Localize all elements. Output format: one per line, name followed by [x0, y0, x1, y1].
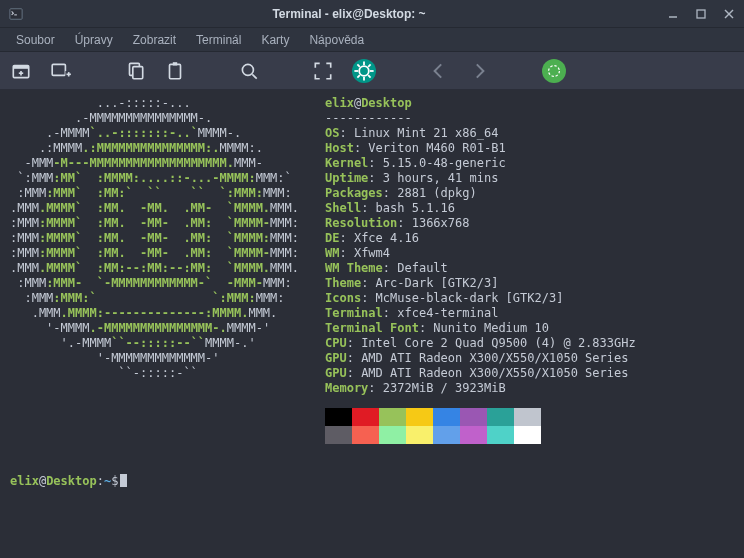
color-swatch [433, 426, 460, 444]
info-label: Resolution [325, 216, 397, 230]
window-title: Terminal - elix@Desktop: ~ [32, 7, 666, 21]
prompt-symbol: $ [111, 474, 118, 488]
info-line: Icons: McMuse-black-dark [GTK2/3] [325, 291, 636, 306]
svg-line-25 [357, 64, 359, 66]
color-swatch [460, 408, 487, 426]
cursor-icon [120, 474, 127, 487]
forward-icon[interactable] [468, 60, 490, 82]
info-value: : xfce4-terminal [383, 306, 499, 320]
color-palette [325, 408, 541, 444]
info-label: WM [325, 246, 339, 260]
info-host: Desktop [361, 96, 412, 110]
info-value: : Xfwm4 [339, 246, 390, 260]
copy-icon[interactable] [124, 60, 146, 82]
menu-terminal[interactable]: Terminál [188, 30, 249, 50]
menu-tabs[interactable]: Karty [253, 30, 297, 50]
info-label: Shell [325, 201, 361, 215]
info-line: Terminal Font: Nunito Medium 10 [325, 321, 636, 336]
info-value: : AMD ATI Radeon X300/X550/X1050 Series [347, 366, 629, 380]
info-value: : 2372MiB / 3923MiB [368, 381, 505, 395]
info-value: : 3 hours, 41 mins [368, 171, 498, 185]
info-value: : Arc-Dark [GTK2/3] [361, 276, 498, 290]
svg-rect-7 [13, 65, 28, 68]
info-label: WM Theme [325, 261, 383, 275]
svg-point-29 [549, 65, 560, 76]
info-value: : 2881 (dpkg) [383, 186, 477, 200]
info-line: Kernel: 5.15.0-48-generic [325, 156, 636, 171]
info-line: CPU: Intel Core 2 Quad Q9500 (4) @ 2.833… [325, 336, 636, 351]
close-button[interactable] [722, 7, 736, 21]
svg-line-19 [252, 74, 256, 78]
info-line: Host: Veriton M460 R01-B1 [325, 141, 636, 156]
info-label: Memory [325, 381, 368, 395]
color-swatch [325, 408, 352, 426]
terminal-app-icon [8, 6, 24, 22]
info-label: CPU [325, 336, 347, 350]
info-value: : 1366x768 [397, 216, 469, 230]
svg-rect-0 [10, 8, 22, 19]
info-value: : 5.15.0-48-generic [368, 156, 505, 170]
back-icon[interactable] [428, 60, 450, 82]
color-swatch [487, 426, 514, 444]
color-swatch [514, 408, 541, 426]
info-label: Host [325, 141, 354, 155]
search-icon[interactable] [238, 60, 260, 82]
new-tab-icon[interactable] [10, 60, 32, 82]
svg-rect-17 [173, 62, 177, 65]
info-line: WM Theme: Default [325, 261, 636, 276]
info-user: elix [325, 96, 354, 110]
color-swatch [406, 408, 433, 426]
maximize-button[interactable] [694, 7, 708, 21]
titlebar: Terminal - elix@Desktop: ~ [0, 0, 744, 28]
run-icon[interactable] [542, 59, 566, 83]
info-line: GPU: AMD ATI Radeon X300/X550/X1050 Seri… [325, 366, 636, 381]
shell-prompt[interactable]: elix@Desktop:~$ [10, 474, 734, 488]
prompt-host: Desktop [46, 474, 97, 488]
info-line: WM: Xfwm4 [325, 246, 636, 261]
info-line: Shell: bash 5.1.16 [325, 201, 636, 216]
terminal-output[interactable]: ...-:::::-... .-MMMMMMMMMMMMMMM-. .-MMMM… [0, 90, 744, 558]
info-value: : Default [383, 261, 448, 275]
prompt-user: elix [10, 474, 39, 488]
svg-rect-16 [170, 64, 181, 78]
menu-help[interactable]: Nápověda [301, 30, 372, 50]
toolbar [0, 52, 744, 90]
menu-edit[interactable]: Úpravy [67, 30, 121, 50]
info-line: Terminal: xfce4-terminal [325, 306, 636, 321]
info-value: : Intel Core 2 Quad Q9500 (4) @ 2.833GHz [347, 336, 636, 350]
info-value: : Veriton M460 R01-B1 [354, 141, 506, 155]
svg-line-27 [368, 64, 370, 66]
menubar: Soubor Úpravy Zobrazit Terminál Karty Ná… [0, 28, 744, 52]
menu-view[interactable]: Zobrazit [125, 30, 184, 50]
color-swatch [325, 426, 352, 444]
info-label: OS [325, 126, 339, 140]
color-swatch [487, 408, 514, 426]
svg-rect-10 [52, 64, 65, 75]
info-label: Terminal Font [325, 321, 419, 335]
fullscreen-icon[interactable] [312, 60, 334, 82]
info-label: Packages [325, 186, 383, 200]
paste-icon[interactable] [164, 60, 186, 82]
new-window-icon[interactable] [50, 60, 72, 82]
info-line: Packages: 2881 (dpkg) [325, 186, 636, 201]
color-swatch [379, 408, 406, 426]
info-value: : AMD ATI Radeon X300/X550/X1050 Series [347, 351, 629, 365]
info-line: Theme: Arc-Dark [GTK2/3] [325, 276, 636, 291]
info-value: : bash 5.1.16 [361, 201, 455, 215]
info-label: DE [325, 231, 339, 245]
info-line: Uptime: 3 hours, 41 mins [325, 171, 636, 186]
color-swatch [433, 408, 460, 426]
info-line: Resolution: 1366x768 [325, 216, 636, 231]
info-value: : Nunito Medium 10 [419, 321, 549, 335]
info-line: DE: Xfce 4.16 [325, 231, 636, 246]
color-swatch [460, 426, 487, 444]
settings-icon[interactable] [352, 59, 376, 83]
neofetch-block: ...-:::::-... .-MMMMMMMMMMMMMMM-. .-MMMM… [10, 96, 734, 444]
minimize-button[interactable] [666, 7, 680, 21]
info-value: : Xfce 4.16 [339, 231, 418, 245]
info-separator: ------------ [325, 111, 636, 126]
info-line: OS: Linux Mint 21 x86_64 [325, 126, 636, 141]
info-value: : McMuse-black-dark [GTK2/3] [361, 291, 563, 305]
menu-file[interactable]: Soubor [8, 30, 63, 50]
window-controls [666, 7, 736, 21]
